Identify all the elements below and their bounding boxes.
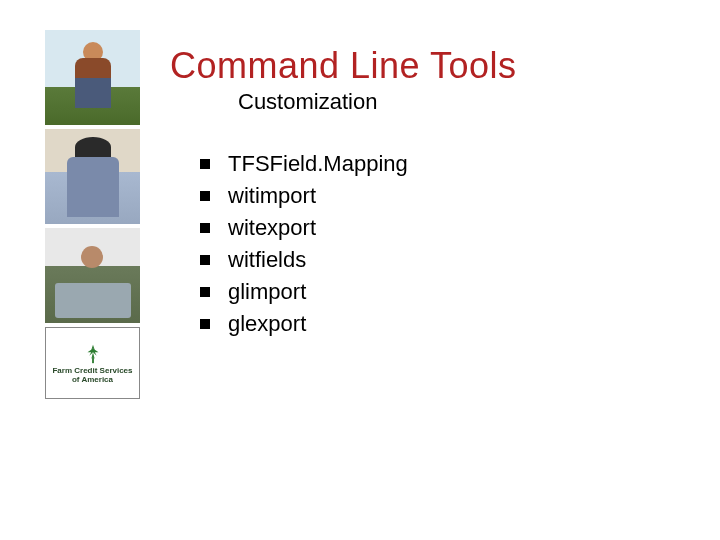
list-item: witfields	[200, 247, 700, 273]
bullet-icon	[200, 191, 210, 201]
decorative-photo-2	[45, 129, 140, 224]
company-logo: Farm Credit Services of America	[45, 327, 140, 399]
slide-content: Command Line Tools Customization TFSFiel…	[170, 45, 700, 343]
bullet-icon	[200, 159, 210, 169]
list-item: witimport	[200, 183, 700, 209]
list-item: glimport	[200, 279, 700, 305]
bullet-text: glexport	[228, 311, 306, 337]
decorative-photo-3	[45, 228, 140, 323]
bullet-text: glimport	[228, 279, 306, 305]
bullet-icon	[200, 287, 210, 297]
bullet-text: witexport	[228, 215, 316, 241]
decorative-photo-1	[45, 30, 140, 125]
svg-rect-0	[92, 356, 94, 363]
logo-text-line2: of America	[72, 376, 113, 385]
leaf-icon	[82, 343, 104, 365]
list-item: witexport	[200, 215, 700, 241]
slide-subtitle: Customization	[238, 89, 700, 115]
bullet-text: witfields	[228, 247, 306, 273]
list-item: TFSField.Mapping	[200, 151, 700, 177]
sidebar-images: Farm Credit Services of America	[45, 30, 140, 399]
slide-title: Command Line Tools	[170, 45, 700, 87]
bullet-icon	[200, 255, 210, 265]
bullet-text: TFSField.Mapping	[228, 151, 408, 177]
bullet-icon	[200, 319, 210, 329]
bullet-icon	[200, 223, 210, 233]
bullet-text: witimport	[228, 183, 316, 209]
bullet-list: TFSField.Mapping witimport witexport wit…	[200, 151, 700, 337]
list-item: glexport	[200, 311, 700, 337]
